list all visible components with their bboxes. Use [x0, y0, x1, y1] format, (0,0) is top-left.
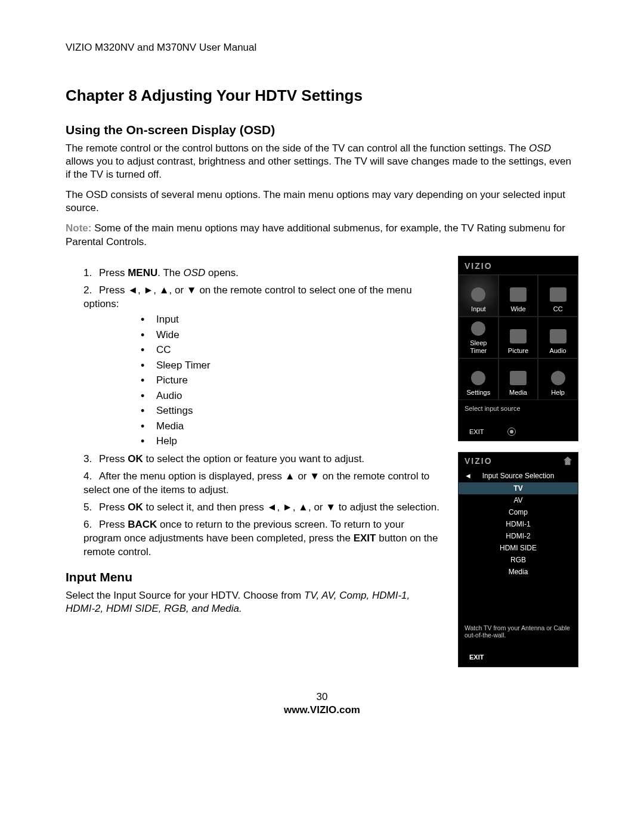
osd-term: OSD — [183, 267, 205, 278]
page-footer: 30 www.VIZIO.com — [66, 691, 578, 716]
para-note: Note: Some of the main menu options may … — [66, 222, 578, 248]
osd-item-sleep-timer[interactable]: Sleep Timer — [459, 317, 499, 358]
step-4: 4.After the menu option is displayed, pr… — [83, 470, 440, 497]
input-item-av[interactable]: AV — [459, 494, 578, 506]
bullet-item: Settings — [141, 403, 440, 419]
input-panel-title: ◄ Input Source Selection — [459, 469, 578, 482]
menu-bullets: Input Wide CC Sleep Timer Picture Audio … — [141, 312, 440, 449]
step-2: 2.Press ◄, ►, ▲, or ▼ on the remote cont… — [83, 284, 440, 449]
bullet-item: Sleep Timer — [141, 358, 440, 373]
text: Press — [99, 267, 128, 278]
step-6: 6.Press BACK once to return to the previ… — [83, 518, 440, 559]
wide-icon — [510, 287, 527, 302]
section-input-title: Input Menu — [66, 570, 440, 584]
back-arrow-icon[interactable]: ◄ — [465, 472, 472, 480]
bullet-item: Audio — [141, 388, 440, 404]
bullet-item: Input — [141, 312, 440, 327]
osd-grid: Input Wide CC Sleep Timer Picture Audio … — [459, 275, 578, 400]
back-key: BACK — [128, 519, 157, 530]
input-item-hdmi1[interactable]: HDMI-1 — [459, 518, 578, 530]
osd-item-help[interactable]: Help — [538, 358, 578, 400]
label: Media — [509, 389, 527, 396]
title-text: Input Source Selection — [482, 472, 555, 480]
bullet-item: Help — [141, 433, 440, 449]
section-osd-title: Using the On-screen Display (OSD) — [66, 123, 578, 137]
label: Help — [551, 389, 565, 396]
label: Input — [471, 305, 485, 312]
osd-main-menu-screenshot: VIZIO Input Wide CC Sleep Timer Picture … — [458, 256, 578, 441]
osd-item-wide[interactable]: Wide — [499, 275, 538, 317]
input-item-description: Watch TV from your Antenna or Cable out-… — [459, 578, 578, 648]
para-intro: The remote control or the control button… — [66, 142, 578, 181]
text: . The — [157, 267, 183, 278]
input-icon — [471, 287, 485, 302]
note-text: Some of the main menu options may have a… — [66, 222, 565, 247]
step-3: 3.Press OK to select the option or featu… — [83, 453, 440, 466]
osd-item-audio[interactable]: Audio — [538, 317, 578, 358]
label: Audio — [550, 347, 566, 354]
input-item-tv[interactable]: TV — [459, 482, 578, 494]
bullet-item: CC — [141, 342, 440, 358]
input-item-hdmi2[interactable]: HDMI-2 — [459, 530, 578, 542]
audio-icon — [550, 329, 566, 343]
menu-key: MENU — [128, 267, 157, 278]
osd-item-settings[interactable]: Settings — [459, 358, 499, 400]
steps-list: 1.Press MENU. The OSD opens. 2.Press ◄, … — [83, 267, 440, 559]
osd-item-input[interactable]: Input — [459, 275, 499, 317]
picture-icon — [510, 329, 527, 343]
exit-key: EXIT — [354, 532, 376, 544]
text: Press — [99, 501, 128, 513]
media-icon — [510, 371, 527, 385]
label: Settings — [466, 389, 490, 396]
para-osd-consists: The OSD consists of several menu options… — [66, 188, 578, 215]
home-icon[interactable] — [564, 457, 572, 465]
text: Press ◄, ►, ▲, or ▼ on the remote contro… — [83, 284, 412, 309]
text: to select it, and then press ◄, ►, ▲, or… — [143, 501, 439, 513]
settings-icon — [471, 371, 485, 385]
input-item-media[interactable]: Media — [459, 566, 578, 578]
osd-status-message: Select input source — [459, 400, 578, 424]
label: Sleep Timer — [470, 339, 487, 354]
chapter-title: Chapter 8 Adjusting Your HDTV Settings — [66, 86, 578, 105]
input-source-list: TV AV Comp HDMI-1 HDMI-2 HDMI SIDE RGB M… — [459, 482, 578, 578]
label: Wide — [510, 305, 525, 312]
osd-item-media[interactable]: Media — [499, 358, 538, 400]
para-input: Select the Input Source for your HDTV. C… — [66, 589, 440, 615]
note-label: Note: — [66, 222, 91, 234]
osd-term: OSD — [529, 143, 551, 154]
bullet-item: Picture — [141, 373, 440, 388]
text: allows you to adjust contrast, brightnes… — [66, 156, 571, 180]
osd-exit-row[interactable]: EXIT — [459, 424, 578, 441]
text: to select the option or feature you want… — [143, 453, 364, 465]
osd-item-picture[interactable]: Picture — [499, 317, 538, 358]
help-icon — [551, 371, 565, 385]
text: Select the Input Source for your HDTV. C… — [66, 590, 304, 601]
osd-logo: VIZIO — [465, 456, 493, 466]
input-panel-topbar: VIZIO — [459, 453, 578, 469]
step-1: 1.Press MENU. The OSD opens. — [83, 267, 440, 280]
page-number: 30 — [66, 691, 578, 703]
ok-key: OK — [128, 501, 143, 513]
input-item-comp[interactable]: Comp — [459, 506, 578, 518]
bullet-item: Wide — [141, 327, 440, 343]
exit-label: EXIT — [469, 428, 484, 435]
footer-url: www.VIZIO.com — [66, 704, 578, 716]
doc-header: VIZIO M320NV and M370NV User Manual — [66, 42, 578, 54]
input-item-rgb[interactable]: RGB — [459, 554, 578, 566]
input-item-hdmi-side[interactable]: HDMI SIDE — [459, 542, 578, 554]
osd-item-cc[interactable]: CC — [538, 275, 578, 317]
input-exit-button[interactable]: EXIT — [459, 648, 578, 667]
osd-input-source-screenshot: VIZIO ◄ Input Source Selection TV AV Com… — [458, 452, 578, 667]
text: Press — [99, 519, 128, 530]
ok-key: OK — [128, 453, 143, 465]
text: The remote control or the control button… — [66, 143, 529, 154]
nav-indicator-icon — [507, 428, 516, 436]
osd-logo: VIZIO — [459, 256, 578, 275]
label: CC — [553, 305, 563, 312]
sleep-timer-icon — [471, 321, 485, 336]
step-5: 5.Press OK to select it, and then press … — [83, 501, 440, 515]
cc-icon — [550, 287, 566, 302]
text: Press — [99, 453, 128, 465]
text: opens. — [205, 267, 239, 278]
bullet-item: Media — [141, 419, 440, 434]
